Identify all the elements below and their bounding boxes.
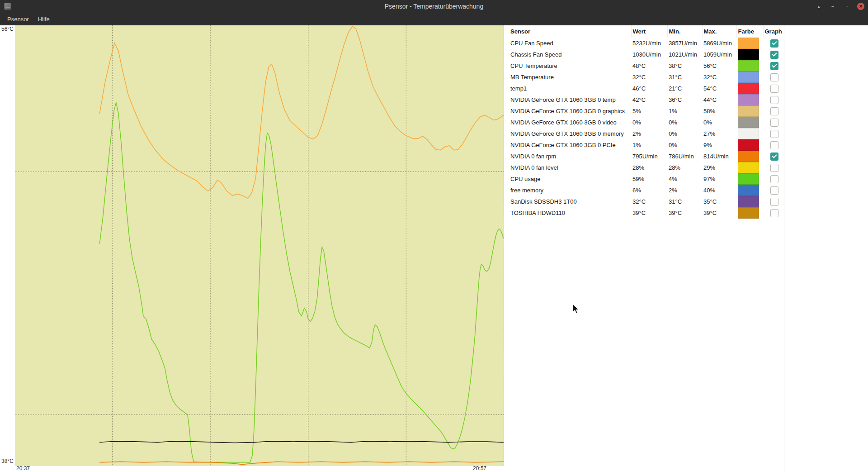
sensor-row[interactable]: NVIDIA GeForce GTX 1060 3GB 0 temp42°C36… xyxy=(509,94,784,105)
color-swatch xyxy=(738,94,759,105)
sensor-row[interactable]: TOSHIBA HDWD11039°C39°C39°C xyxy=(509,207,784,219)
color-swatch xyxy=(738,117,759,128)
graph-cell xyxy=(763,117,784,128)
graph-checkbox[interactable] xyxy=(770,209,778,217)
temperature-graph xyxy=(15,25,504,466)
y-axis-max-label: 56°C xyxy=(1,26,14,32)
minimize-icon[interactable]: − xyxy=(829,3,836,10)
y-axis-min-label: 38°C xyxy=(1,458,14,464)
column-header-wert[interactable]: Wert xyxy=(631,25,667,38)
sensor-row[interactable]: temp146°C21°C54°C xyxy=(509,83,784,94)
color-cell xyxy=(736,207,763,219)
menubar: Psensor Hilfe xyxy=(0,13,868,25)
color-cell xyxy=(736,117,763,128)
color-cell xyxy=(736,60,763,72)
sensor-row[interactable]: CPU Fan Speed5232U/min3857U/min5869U/min xyxy=(509,38,784,49)
graph-cell xyxy=(763,49,784,60)
sensor-row[interactable]: CPU Temperature48°C38°C56°C xyxy=(509,60,784,72)
main-content: 56°C 38°C 20:37 20:57 Sensor Wert Min. M… xyxy=(0,25,868,472)
menu-hilfe[interactable]: Hilfe xyxy=(33,14,54,25)
sensor-max: 44°C xyxy=(702,94,736,105)
graph-cell xyxy=(763,105,784,117)
close-icon[interactable]: × xyxy=(857,3,864,10)
graph-cell xyxy=(763,83,784,94)
sensor-max: 29% xyxy=(702,162,736,173)
sensor-row[interactable]: NVIDIA GeForce GTX 1060 3GB 0 video0%0%0… xyxy=(509,117,784,128)
graph-checkbox[interactable] xyxy=(770,39,778,48)
color-cell xyxy=(736,173,763,185)
sensor-min: 39°C xyxy=(667,207,702,219)
graph-cell xyxy=(763,207,784,219)
graph-checkbox[interactable] xyxy=(770,130,778,138)
graph-checkbox[interactable] xyxy=(770,85,778,93)
series-nvidia-fan-rpm xyxy=(99,462,504,464)
sensor-value: 5% xyxy=(631,105,667,117)
sensor-row[interactable]: NVIDIA GeForce GTX 1060 3GB 0 memory2%0%… xyxy=(509,128,784,139)
graph-checkbox[interactable] xyxy=(770,198,778,206)
graph-checkbox[interactable] xyxy=(770,73,778,81)
graph-checkbox[interactable] xyxy=(770,175,778,183)
sensor-value: 59% xyxy=(631,173,667,185)
color-swatch xyxy=(738,151,759,162)
column-header-graph[interactable]: Graph xyxy=(763,25,784,38)
sensor-name: NVIDIA GeForce GTX 1060 3GB 0 graphics xyxy=(509,105,631,117)
graph-checkbox[interactable] xyxy=(770,141,778,149)
sensor-row[interactable]: NVIDIA GeForce GTX 1060 3GB 0 graphics5%… xyxy=(509,105,784,117)
sensor-value: 46°C xyxy=(631,83,667,94)
column-header-farbe[interactable]: Farbe xyxy=(736,25,763,38)
sensor-max: 97% xyxy=(702,173,736,185)
series-chassis-fan-speed xyxy=(99,441,504,443)
sensor-value: 5232U/min xyxy=(631,38,667,49)
graph-checkbox[interactable] xyxy=(770,62,778,70)
graph-checkbox[interactable] xyxy=(770,107,778,115)
graph-canvas xyxy=(15,25,504,466)
sensor-row[interactable]: NVIDIA 0 fan level28%28%29% xyxy=(509,162,784,173)
graph-checkbox[interactable] xyxy=(770,164,778,172)
graph-cell xyxy=(763,128,784,139)
color-swatch xyxy=(738,72,759,83)
sensor-row[interactable]: SanDisk SDSSDH3 1T0032°C31°C35°C xyxy=(509,196,784,207)
shade-icon[interactable]: ▴ xyxy=(815,3,822,10)
graph-checkbox[interactable] xyxy=(770,186,778,195)
sensor-row[interactable]: NVIDIA 0 fan rpm795U/min786U/min814U/min xyxy=(509,151,784,162)
graph-cell xyxy=(763,196,784,207)
titlebar[interactable]: Psensor - Temperaturüberwachung ▴ − ▫ × xyxy=(0,0,868,13)
sensor-row[interactable]: Chassis Fan Speed1030U/min1021U/min1059U… xyxy=(509,49,784,60)
sensor-name: free memory xyxy=(509,185,631,196)
graph-cell xyxy=(763,185,784,196)
graph-cell xyxy=(763,151,784,162)
sensor-row[interactable]: free memory6%2%40% xyxy=(509,185,784,196)
color-cell xyxy=(736,128,763,139)
sensor-max: 1059U/min xyxy=(702,49,736,60)
sensor-value: 1% xyxy=(631,139,667,151)
color-swatch xyxy=(738,139,759,151)
sensor-min: 1% xyxy=(667,105,702,117)
sensor-min: 4% xyxy=(667,173,702,185)
graph-checkbox[interactable] xyxy=(770,51,778,59)
sensor-name: NVIDIA GeForce GTX 1060 3GB 0 memory xyxy=(509,128,631,139)
sensor-row[interactable]: CPU usage59%4%97% xyxy=(509,173,784,185)
sensor-value: 1030U/min xyxy=(631,49,667,60)
column-header-min[interactable]: Min. xyxy=(667,25,702,38)
sensor-name: CPU Temperature xyxy=(509,60,631,72)
sensor-name: TOSHIBA HDWD110 xyxy=(509,207,631,219)
sensor-min: 2% xyxy=(667,185,702,196)
sensor-max: 32°C xyxy=(702,72,736,83)
mouse-cursor xyxy=(572,304,581,315)
window-controls: ▴ − ▫ × xyxy=(815,0,864,13)
graph-checkbox[interactable] xyxy=(770,119,778,127)
sensor-table: Sensor Wert Min. Max. Farbe Graph CPU Fa… xyxy=(509,25,784,219)
sensor-value: 48°C xyxy=(631,60,667,72)
graph-checkbox[interactable] xyxy=(770,153,778,161)
color-swatch xyxy=(738,207,759,219)
sensor-row[interactable]: MB Temperature32°C31°C32°C xyxy=(509,72,784,83)
sensor-min: 0% xyxy=(667,139,702,151)
menu-psensor[interactable]: Psensor xyxy=(3,14,33,25)
graph-cell xyxy=(763,139,784,151)
column-header-sensor[interactable]: Sensor xyxy=(509,25,631,38)
color-cell xyxy=(736,38,763,49)
column-header-max[interactable]: Max. xyxy=(702,25,736,38)
graph-checkbox[interactable] xyxy=(770,96,778,104)
maximize-icon[interactable]: ▫ xyxy=(843,3,850,10)
sensor-row[interactable]: NVIDIA GeForce GTX 1060 3GB 0 PCIe1%0%9% xyxy=(509,139,784,151)
